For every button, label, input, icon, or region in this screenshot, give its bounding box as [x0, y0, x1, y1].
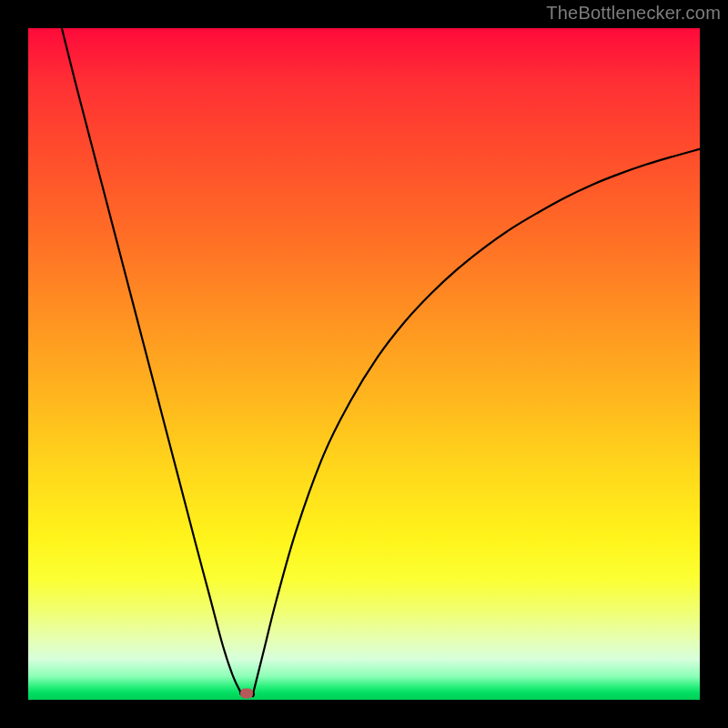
watermark-text: TheBottlenecker.com — [546, 3, 721, 24]
plot-area — [28, 28, 700, 700]
chart-frame: TheBottlenecker.com — [0, 0, 728, 728]
bottleneck-curve — [28, 28, 700, 700]
bottleneck-marker — [240, 688, 253, 698]
